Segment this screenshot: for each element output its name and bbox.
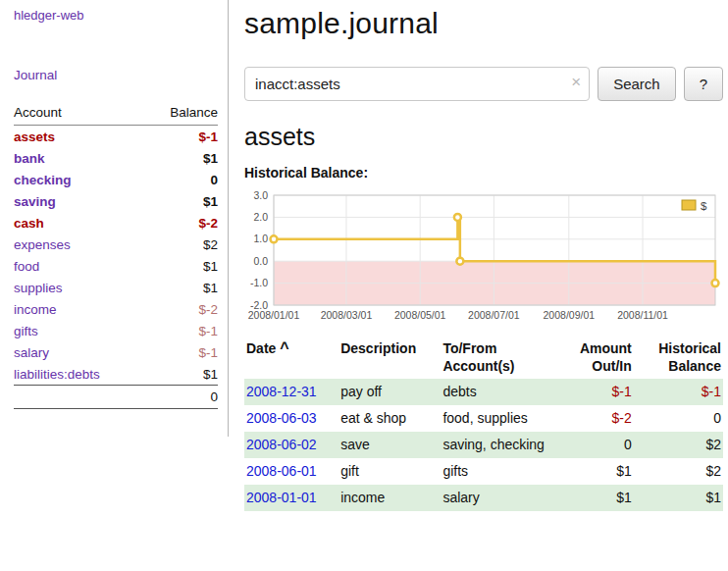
transaction-date-link[interactable]: 2008-12-31 [246, 384, 317, 399]
account-balance: $1 [145, 363, 218, 386]
transaction-balance: $2 [634, 458, 723, 485]
main-content: sample.journal × Search ? assets Histori… [229, 0, 728, 511]
svg-text:2008/05/01: 2008/05/01 [394, 309, 446, 321]
svg-text:2008/03/01: 2008/03/01 [321, 309, 373, 321]
account-row: salary $-1 [14, 341, 218, 363]
col-header-balance: Historical Balance [634, 337, 723, 379]
account-balance: $1 [145, 277, 218, 298]
accounts-total-row: 0 [14, 386, 218, 409]
account-link-gifts[interactable]: gifts [14, 324, 38, 338]
svg-text:3.0: 3.0 [253, 190, 268, 201]
account-balance: $1 [145, 147, 218, 169]
transaction-description: pay off [338, 379, 441, 405]
account-row: supplies $1 [14, 277, 218, 298]
account-link-liabilities-debts[interactable]: liabilities:debts [14, 367, 100, 382]
account-link-assets[interactable]: assets [14, 130, 55, 144]
account-balance: $1 [145, 190, 218, 212]
account-row: gifts $-1 [14, 320, 218, 341]
account-link-cash[interactable]: cash [14, 216, 44, 231]
register-row: 2008-12-31 pay off debts $-1 $-1 [244, 379, 723, 405]
transaction-amount: $-2 [557, 405, 634, 432]
col-header-accounts: To/From Account(s) [441, 337, 556, 379]
transaction-description: eat & shop [338, 405, 441, 432]
transaction-amount: $1 [557, 458, 634, 485]
page-title: sample.journal [244, 6, 723, 41]
balance-chart-svg: 3.02.01.00.0-1.0-2.02008/01/012008/03/01… [244, 190, 723, 324]
account-link-food[interactable]: food [14, 259, 39, 274]
transaction-amount: $1 [557, 485, 634, 511]
search-box: × [244, 67, 590, 101]
help-button[interactable]: ? [684, 67, 723, 101]
transaction-balance: 0 [634, 405, 723, 432]
account-balance: $-1 [145, 126, 218, 148]
balance-chart[interactable]: 3.02.01.00.0-1.0-2.02008/01/012008/03/01… [244, 190, 723, 324]
register-row: 2008-01-01 income salary $1 $1 [244, 485, 723, 511]
account-row: bank $1 [14, 147, 218, 169]
account-row: income $-2 [14, 298, 218, 320]
svg-text:2008/09/01: 2008/09/01 [544, 309, 596, 321]
transaction-balance: $2 [634, 432, 723, 458]
transaction-accounts: food, supplies [441, 405, 556, 432]
chart-title: Historical Balance: [244, 165, 723, 181]
transaction-accounts: debts [441, 379, 556, 405]
transaction-amount: 0 [557, 432, 634, 458]
account-row: cash $-2 [14, 212, 218, 234]
transaction-date-link[interactable]: 2008-06-01 [246, 463, 317, 479]
clear-search-icon[interactable]: × [571, 73, 581, 92]
svg-text:1.0: 1.0 [253, 233, 268, 244]
account-row: liabilities:debts $1 [14, 363, 218, 386]
transaction-date-link[interactable]: 2008-06-03 [246, 410, 317, 426]
account-link-salary[interactable]: salary [14, 345, 49, 360]
account-link-income[interactable]: income [14, 302, 57, 317]
account-link-saving[interactable]: saving [14, 194, 56, 209]
col-header-amount: Amount Out/In [557, 337, 634, 379]
svg-text:2008/11/01: 2008/11/01 [617, 309, 668, 321]
svg-text:2.0: 2.0 [253, 211, 268, 223]
date-header-label: Date [246, 340, 276, 356]
transaction-accounts: gifts [441, 458, 556, 485]
account-balance: 0 [145, 169, 218, 190]
register-row: 2008-06-02 save saving, checking 0 $2 [244, 432, 723, 458]
accounts-total-balance: 0 [145, 386, 218, 409]
account-balance: $1 [145, 255, 218, 277]
account-balance: $-2 [145, 298, 218, 320]
account-row: assets $-1 [14, 126, 218, 148]
transaction-description: save [338, 432, 441, 458]
search-button[interactable]: Search [598, 67, 676, 101]
account-link-expenses[interactable]: expenses [14, 237, 71, 252]
accounts-table: Account Balance assets $-1 bank $1 check… [14, 102, 218, 409]
register-table: Date ^ Description To/From Account(s) Am… [244, 337, 723, 511]
account-link-checking[interactable]: checking [14, 173, 72, 187]
transaction-amount: $-1 [557, 379, 634, 405]
transaction-balance: $-1 [634, 379, 723, 405]
account-balance: $-2 [145, 212, 218, 234]
account-row: checking 0 [14, 169, 218, 190]
register-row: 2008-06-01 gift gifts $1 $2 [244, 458, 723, 485]
svg-text:2008/07/01: 2008/07/01 [468, 309, 520, 321]
svg-text:0.0: 0.0 [253, 255, 268, 267]
journal-nav-link[interactable]: Journal [14, 68, 218, 82]
hledger-web-page: hledger-web Journal Account Balance asse… [0, 0, 728, 511]
accounts-header-account: Account [14, 102, 145, 126]
account-heading: assets [244, 123, 723, 151]
svg-text:-1.0: -1.0 [250, 277, 268, 288]
svg-text:2008/01/01: 2008/01/01 [248, 309, 300, 321]
svg-text:$: $ [701, 200, 707, 212]
account-link-supplies[interactable]: supplies [14, 281, 63, 295]
search-input[interactable] [244, 67, 590, 101]
account-balance: $-1 [145, 341, 218, 363]
accounts-header-row: Account Balance [14, 102, 218, 126]
account-row: expenses $2 [14, 234, 218, 255]
account-link-bank[interactable]: bank [14, 151, 45, 166]
register-header-row: Date ^ Description To/From Account(s) Am… [244, 337, 723, 379]
accounts-header-balance: Balance [145, 102, 218, 126]
transaction-date-link[interactable]: 2008-01-01 [246, 490, 317, 505]
account-row: food $1 [14, 255, 218, 277]
account-balance: $2 [145, 234, 218, 255]
transaction-date-link[interactable]: 2008-06-02 [246, 437, 317, 452]
sidebar: hledger-web Journal Account Balance asse… [0, 0, 229, 437]
app-title-link[interactable]: hledger-web [14, 8, 218, 23]
sort-asc-icon: ^ [280, 339, 288, 356]
account-balance: $-1 [145, 320, 218, 341]
col-header-date[interactable]: Date ^ [244, 337, 338, 379]
